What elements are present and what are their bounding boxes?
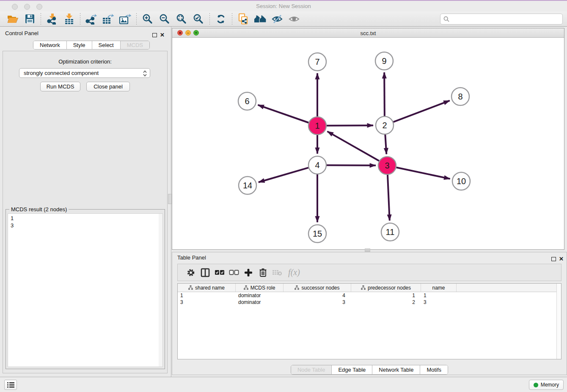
column-header-predecessor-nodes[interactable]: predecessor nodes [351,284,421,292]
gear-icon [186,268,195,277]
cell-name[interactable]: 1 [421,292,457,299]
attribute-tree-icon [244,285,248,290]
add-column-button[interactable] [241,266,256,279]
tab-mcds[interactable]: MCDS [120,41,149,49]
task-history-button[interactable] [4,380,17,390]
cell-shared-name[interactable]: 1 [178,292,236,299]
application-window: Session: New Session [0,0,567,392]
criterion-value: strongly connected component [24,70,99,76]
search-input[interactable] [451,15,562,23]
graph-edge-2-8[interactable] [394,101,450,122]
tab-style[interactable]: Style [66,41,92,49]
function-builder-button[interactable]: f(x) [284,266,304,279]
column-header-successor-nodes[interactable]: successor nodes [284,284,351,292]
table-panel-float-button[interactable] [551,255,556,263]
tab-node-table[interactable]: Node Table [291,365,332,374]
deselect-all-button[interactable] [227,266,241,279]
import-table-button[interactable] [61,13,77,25]
table-header-row: shared name MCDS role successor nodes pr… [178,284,561,292]
table-tabs: Node Table Edge Table Network Table Moti… [172,365,567,375]
select-all-button[interactable] [212,266,227,279]
table-settings-button[interactable] [184,266,198,279]
cell-predecessor-nodes[interactable]: 2 [351,299,421,306]
tab-network-table[interactable]: Network Table [372,365,420,374]
result-scrollbar[interactable] [159,214,162,367]
zoom-out-icon [159,14,170,25]
column-settings-button[interactable] [198,266,212,279]
graph-node-label-4: 4 [315,160,319,170]
fx-icon: f(x) [288,268,300,277]
column-header-name[interactable]: name [421,284,457,292]
mcds-result-text[interactable]: 1 3 [8,213,163,367]
graph-edge-3-11[interactable] [388,175,390,221]
eye-slash-icon [272,14,283,24]
network-canvas-svg[interactable]: 7968124314101511 [172,38,564,249]
export-network-button[interactable] [84,13,99,25]
show-all-button[interactable] [286,13,302,25]
refresh-button[interactable] [213,13,228,25]
table-row[interactable]: 3 dominator 3 2 3 [178,299,561,306]
float-icon [551,257,556,261]
save-floppy-icon [25,14,35,24]
criterion-dropdown[interactable]: strongly connected component [19,68,150,78]
toolbar-separator [209,13,210,25]
attribute-tree-icon [295,285,299,290]
home-button[interactable] [253,13,268,25]
graph-node-label-2: 2 [382,121,387,130]
zoom-selected-button[interactable] [191,13,206,25]
zoom-fit-button[interactable] [174,13,189,25]
cell-name[interactable]: 3 [421,299,457,306]
control-panel-title: Control Panel [5,30,39,36]
control-panel-close-button[interactable]: ✕ [160,31,165,39]
graph-node-label-8: 8 [458,92,462,101]
cell-successor-nodes[interactable]: 3 [284,299,351,306]
cell-shared-name[interactable]: 3 [178,299,236,306]
import-network-icon [47,13,58,25]
tab-network[interactable]: Network [33,41,66,49]
network-view-window: ✕ − + scc.txt 7968124314101511 [172,28,564,250]
cell-mcds-role[interactable]: dominator [236,299,284,306]
tab-edge-table[interactable]: Edge Table [331,365,372,374]
table-panel-close-button[interactable]: ✕ [559,255,564,262]
graph-edge-3-10[interactable] [396,168,450,179]
horizontal-splitter-handle[interactable] [365,248,370,252]
save-session-button[interactable] [22,13,37,25]
control-panel-float-button[interactable] [152,31,157,39]
tab-motifs[interactable]: Motifs [420,365,448,374]
graph-edge-4-3[interactable] [327,165,376,166]
zoom-in-button[interactable] [140,13,155,25]
hide-selected-button[interactable] [270,13,285,25]
vertical-splitter-handle[interactable] [168,194,172,204]
run-mcds-button[interactable]: Run MCDS [40,82,80,91]
export-table-button[interactable] [101,13,116,25]
cell-successor-nodes[interactable]: 4 [284,292,351,299]
graph-edge-1-2[interactable] [327,125,373,126]
home-icon [254,14,267,24]
graph-edge-3-1[interactable] [327,131,379,161]
graph-edge-2-3[interactable] [385,135,386,154]
float-icon [152,33,157,37]
graph-edge-4-14[interactable] [259,168,308,182]
graph-edge-2-9[interactable] [384,72,385,116]
table-row[interactable]: 1 dominator 4 1 1 [178,292,561,299]
mcds-result-group: MCDS result (2 nodes) 1 3 [6,209,165,369]
column-header-shared-name[interactable]: shared name [178,284,236,292]
export-image-icon [119,13,132,25]
delete-column-button[interactable] [256,266,270,279]
import-network-button[interactable] [44,13,60,25]
close-panel-button[interactable]: Close panel [86,82,130,91]
open-session-button[interactable] [5,13,20,25]
memory-button[interactable]: Memory [529,380,564,390]
zoom-out-button[interactable] [157,13,172,25]
table-scrollbar[interactable] [556,284,561,359]
delete-table-button[interactable] [270,266,284,279]
cell-mcds-role[interactable]: dominator [236,292,284,299]
tab-select[interactable]: Select [92,41,120,49]
table-panel-title: Table Panel [177,254,206,261]
clone-network-button[interactable] [236,13,251,25]
cell-predecessor-nodes[interactable]: 1 [351,292,421,299]
column-header-mcds-role[interactable]: MCDS role [236,284,284,292]
deselect-all-icon [229,270,239,276]
graph-edge-1-6[interactable] [258,105,308,123]
export-image-button[interactable] [118,13,133,25]
